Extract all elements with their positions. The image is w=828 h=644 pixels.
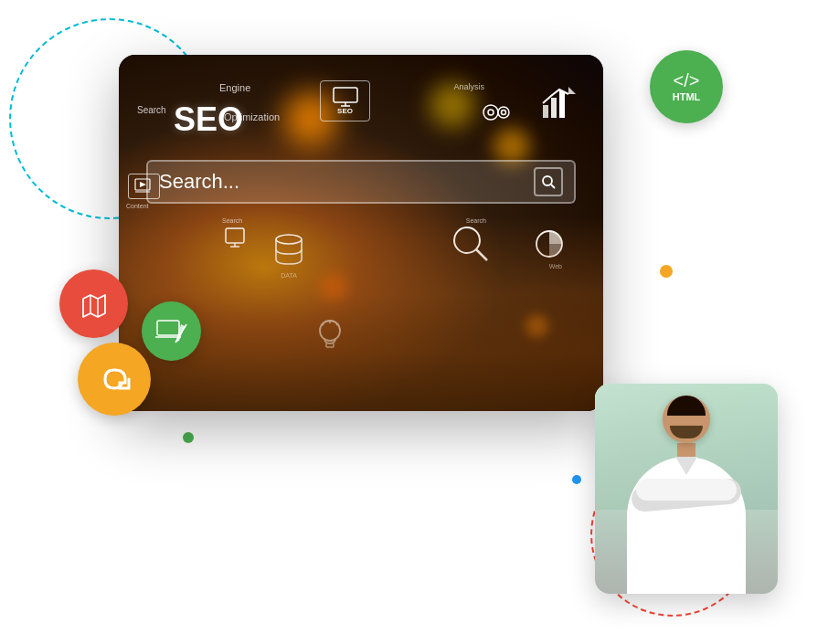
google-g-svg: [94, 359, 134, 399]
svg-rect-7: [543, 105, 548, 118]
decorative-dot-green: [183, 432, 194, 443]
person-head: [663, 396, 710, 443]
person-collar: [675, 457, 697, 475]
svg-marker-35: [175, 324, 185, 343]
bar-chart-icon: [541, 87, 576, 125]
search-bar-search-icon: [534, 167, 563, 196]
person-card: [595, 384, 778, 594]
decorative-dot-blue: [572, 475, 581, 484]
seo-engine-label: Engine: [219, 82, 250, 93]
seo-main-frame: Search Engine SEO Optimization Analysis …: [119, 55, 603, 411]
gear-icons: [480, 99, 516, 132]
seo-optimization-label: Optimization: [224, 111, 280, 122]
decorative-dot-yellow: [660, 265, 673, 278]
html-badge: </> HTML: [650, 50, 723, 123]
svg-point-6: [502, 111, 506, 115]
monitor-svg-icon: [333, 87, 358, 107]
laptop-edit-svg: [155, 317, 188, 346]
html-badge-label: HTML: [673, 91, 701, 102]
svg-rect-8: [551, 98, 557, 118]
svg-rect-32: [157, 321, 179, 335]
person-body: [627, 457, 746, 594]
seo-analysis-label: Analysis: [453, 82, 484, 91]
svg-line-15: [551, 185, 555, 188]
map-icon-svg: [76, 286, 112, 322]
seo-background: Search Engine SEO Optimization Analysis …: [119, 55, 603, 411]
svg-point-3: [483, 105, 498, 120]
laptop-edit-circle-icon: [142, 301, 201, 361]
google-g-circle-icon: [78, 343, 151, 416]
svg-point-5: [498, 107, 509, 118]
seo-search-bar[interactable]: Search...: [146, 160, 576, 204]
seo-monitor-icon-box: SEO: [320, 80, 370, 121]
person-beard: [670, 426, 703, 438]
search-bar-placeholder: Search...: [159, 170, 239, 194]
map-circle-icon: [59, 269, 128, 338]
person-silhouette: [618, 396, 755, 594]
content-label-small: Content: [126, 203, 149, 209]
svg-point-4: [488, 110, 494, 115]
svg-rect-9: [559, 91, 565, 118]
svg-marker-10: [568, 87, 576, 94]
html-code-icon: </>: [674, 71, 700, 90]
person-hair: [667, 396, 706, 416]
seo-monitor-label: SEO: [337, 107, 353, 115]
seo-search-label: Search: [137, 105, 166, 115]
svg-point-14: [543, 176, 552, 185]
svg-marker-12: [140, 182, 146, 187]
person-neck: [677, 443, 695, 457]
svg-rect-0: [334, 88, 357, 102]
person-arm-right: [636, 479, 737, 501]
